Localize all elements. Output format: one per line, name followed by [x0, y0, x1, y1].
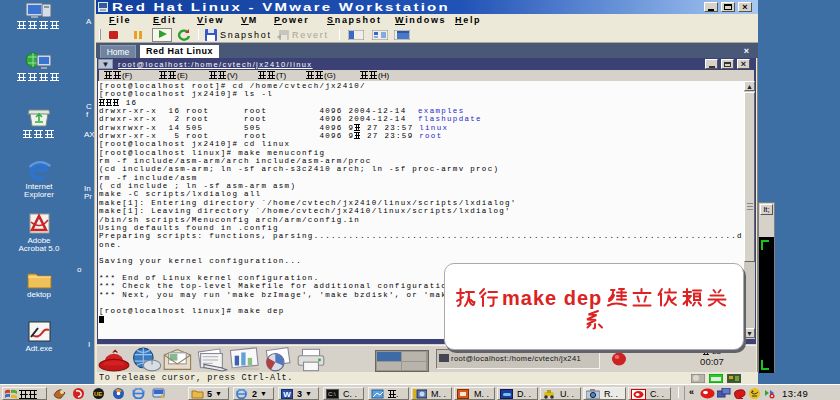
svg-text:UE: UE [94, 391, 102, 397]
svg-text:make dep: make dep [502, 287, 602, 309]
